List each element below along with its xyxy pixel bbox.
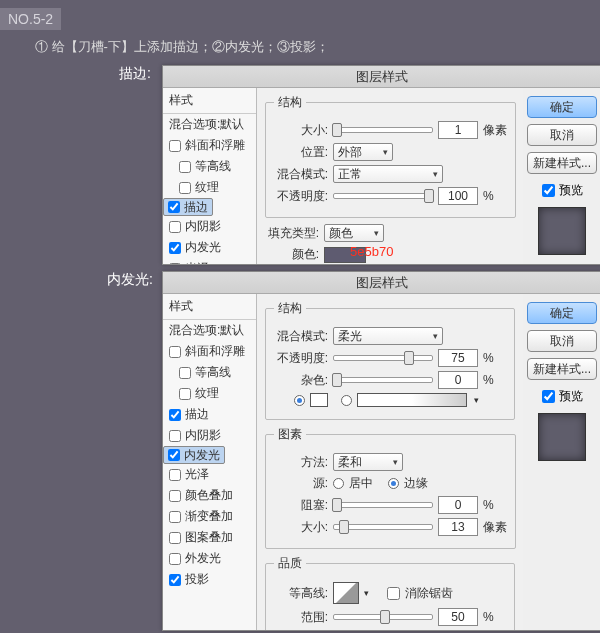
chevron-down-icon: ▾ bbox=[393, 457, 398, 467]
dialog-side: 确定 取消 新建样式... 预览 bbox=[523, 294, 600, 630]
ig-color-swatch[interactable] bbox=[310, 393, 328, 407]
preview-toggle[interactable]: 预览 bbox=[542, 388, 583, 405]
cancel-button[interactable]: 取消 bbox=[527, 330, 597, 352]
dialog-side: 确定 取消 新建样式... 预览 bbox=[523, 88, 600, 264]
position-select[interactable]: 外部▾ bbox=[333, 143, 393, 161]
style-bevel[interactable]: 斜面和浮雕 bbox=[163, 135, 256, 156]
chevron-down-icon: ▾ bbox=[374, 228, 379, 238]
ig-opacity-slider[interactable] bbox=[333, 355, 433, 361]
size-input[interactable]: 1 bbox=[438, 121, 478, 139]
ig-structure-group: 结构 混合模式:柔光▾ 不透明度:75% 杂色:0% ▾ bbox=[265, 300, 515, 420]
ok-button[interactable]: 确定 bbox=[527, 96, 597, 118]
ig-blend-select[interactable]: 柔光▾ bbox=[333, 327, 443, 345]
style-bevel[interactable]: 斜面和浮雕 bbox=[163, 341, 256, 362]
styles-list: 样式 混合选项:默认 斜面和浮雕 等高线 纹理 描边 内阴影 内发光 光泽 颜色… bbox=[163, 88, 257, 264]
style-contour[interactable]: 等高线 bbox=[163, 156, 256, 177]
ig-size-slider[interactable] bbox=[333, 524, 433, 530]
chevron-down-icon[interactable]: ▾ bbox=[474, 395, 479, 405]
stroke-panel: 结构 大小:1像素 位置:外部▾ 混合模式:正常▾ 不透明度:100% 填充类型… bbox=[257, 88, 523, 264]
style-inner-shadow[interactable]: 内阴影 bbox=[163, 216, 256, 237]
chevron-down-icon[interactable]: ▾ bbox=[364, 588, 369, 598]
edge-radio[interactable] bbox=[388, 478, 399, 489]
stroke-structure-group: 结构 大小:1像素 位置:外部▾ 混合模式:正常▾ 不透明度:100% bbox=[265, 94, 516, 218]
ig-range-input[interactable]: 50 bbox=[438, 608, 478, 626]
opacity-input[interactable]: 100 bbox=[438, 187, 478, 205]
styles-list: 样式 混合选项:默认 斜面和浮雕 等高线 纹理 描边 内阴影 内发光 光泽 颜色… bbox=[163, 294, 257, 630]
style-satin[interactable]: 光泽 bbox=[163, 258, 256, 264]
ig-choke-input[interactable]: 0 bbox=[438, 496, 478, 514]
style-stroke[interactable]: 描边 bbox=[163, 404, 256, 425]
style-color-overlay[interactable]: 颜色叠加 bbox=[163, 485, 256, 506]
blend-default[interactable]: 混合选项:默认 bbox=[163, 320, 256, 341]
color-radio[interactable] bbox=[294, 395, 305, 406]
center-radio[interactable] bbox=[333, 478, 344, 489]
ig-quality-group: 品质 等高线:▾消除锯齿 范围:50% 抖动:0% bbox=[265, 555, 515, 630]
preview-toggle[interactable]: 预览 bbox=[542, 182, 583, 199]
ig-opacity-input[interactable]: 75 bbox=[438, 349, 478, 367]
style-inner-glow[interactable]: 内发光 bbox=[163, 237, 256, 258]
antialias-checkbox[interactable] bbox=[387, 587, 400, 600]
color-annotation: 5e5b70 bbox=[350, 244, 393, 259]
style-inner-glow[interactable]: 内发光 bbox=[163, 446, 225, 464]
chevron-down-icon: ▾ bbox=[433, 169, 438, 179]
ig-technique-select[interactable]: 柔和▾ bbox=[333, 453, 403, 471]
step-description: ① 给【刀槽-下】上添加描边；②内发光；③投影； bbox=[35, 38, 329, 56]
step-badge: NO.5-2 bbox=[0, 8, 61, 30]
dialog-title: 图层样式 bbox=[163, 272, 600, 294]
gradient-radio[interactable] bbox=[341, 395, 352, 406]
preview-swatch bbox=[538, 413, 586, 461]
styles-header[interactable]: 样式 bbox=[163, 294, 256, 320]
ig-gradient[interactable] bbox=[357, 393, 467, 407]
style-contour[interactable]: 等高线 bbox=[163, 362, 256, 383]
preview-swatch bbox=[538, 207, 586, 255]
cancel-button[interactable]: 取消 bbox=[527, 124, 597, 146]
filltype-select[interactable]: 颜色▾ bbox=[324, 224, 384, 242]
style-outer-glow[interactable]: 外发光 bbox=[163, 548, 256, 569]
ig-size-input[interactable]: 13 bbox=[438, 518, 478, 536]
dialog-stroke: 图层样式 样式 混合选项:默认 斜面和浮雕 等高线 纹理 描边 内阴影 内发光 … bbox=[162, 65, 600, 265]
opacity-slider[interactable] bbox=[333, 193, 433, 199]
style-grad-overlay[interactable]: 渐变叠加 bbox=[163, 506, 256, 527]
blend-select[interactable]: 正常▾ bbox=[333, 165, 443, 183]
blend-default[interactable]: 混合选项:默认 bbox=[163, 114, 256, 135]
dialog-innerglow: 图层样式 样式 混合选项:默认 斜面和浮雕 等高线 纹理 描边 内阴影 内发光 … bbox=[162, 271, 600, 631]
style-texture[interactable]: 纹理 bbox=[163, 383, 256, 404]
innerglow-panel: 结构 混合模式:柔光▾ 不透明度:75% 杂色:0% ▾ 图素 方法:柔和▾ 源… bbox=[257, 294, 523, 630]
style-stroke[interactable]: 描边 bbox=[163, 198, 213, 216]
chevron-down-icon: ▾ bbox=[383, 147, 388, 157]
ig-noise-input[interactable]: 0 bbox=[438, 371, 478, 389]
chevron-down-icon: ▾ bbox=[433, 331, 438, 341]
newstyle-button[interactable]: 新建样式... bbox=[527, 152, 597, 174]
ig-elements-group: 图素 方法:柔和▾ 源:居中边缘 阻塞:0% 大小:13像素 bbox=[265, 426, 516, 549]
newstyle-button[interactable]: 新建样式... bbox=[527, 358, 597, 380]
dialog-title: 图层样式 bbox=[163, 66, 600, 88]
contour-picker[interactable] bbox=[333, 582, 359, 604]
style-satin[interactable]: 光泽 bbox=[163, 464, 256, 485]
ig-range-slider[interactable] bbox=[333, 614, 433, 620]
ig-choke-slider[interactable] bbox=[333, 502, 433, 508]
label-innerglow: 内发光: bbox=[107, 271, 153, 289]
style-texture[interactable]: 纹理 bbox=[163, 177, 256, 198]
size-slider[interactable] bbox=[333, 127, 433, 133]
style-pat-overlay[interactable]: 图案叠加 bbox=[163, 527, 256, 548]
ig-noise-slider[interactable] bbox=[333, 377, 433, 383]
style-inner-shadow[interactable]: 内阴影 bbox=[163, 425, 256, 446]
style-drop-shadow[interactable]: 投影 bbox=[163, 569, 256, 590]
styles-header[interactable]: 样式 bbox=[163, 88, 256, 114]
ok-button[interactable]: 确定 bbox=[527, 302, 597, 324]
label-stroke: 描边: bbox=[119, 65, 151, 83]
